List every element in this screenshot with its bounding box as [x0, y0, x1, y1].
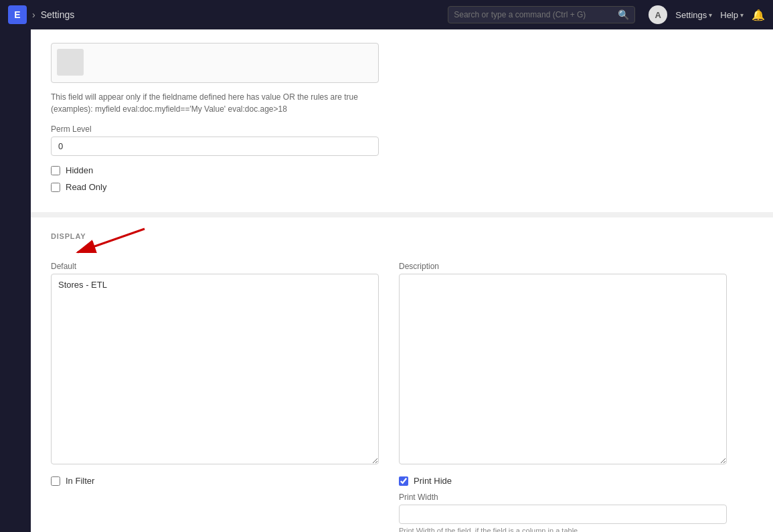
description-label: Description — [399, 262, 727, 271]
perm-level-group: Perm Level — [51, 124, 753, 156]
print-options-group: Print Hide Print Width Print Width of th… — [399, 476, 727, 532]
filter-print-row: In Filter Print Hide Print Width Print W… — [51, 476, 753, 532]
print-width-label: Print Width — [399, 493, 727, 502]
hidden-checkbox[interactable] — [51, 166, 60, 175]
help-menu[interactable]: Help ▾ — [720, 10, 744, 20]
breadcrumb-separator: › — [32, 9, 35, 20]
print-width-helper: Print Width of the field, if the field i… — [399, 527, 727, 532]
print-hide-checkbox-row: Print Hide — [399, 476, 727, 486]
in-filter-group: In Filter — [51, 476, 379, 532]
display-section-title: DISPLAY — [51, 232, 86, 240]
perm-level-label: Perm Level — [51, 124, 753, 134]
help-dropdown-icon: ▾ — [740, 11, 744, 19]
hidden-label: Hidden — [66, 165, 93, 175]
avatar[interactable]: A — [649, 5, 667, 24]
default-label: Default — [51, 262, 379, 271]
description-textarea[interactable] — [399, 274, 727, 464]
print-hide-checkbox[interactable] — [399, 476, 408, 486]
print-width-group: Print Width Print Width of the field, if… — [399, 493, 727, 532]
content-area: This field will appear only if the field… — [31, 29, 773, 532]
topbar-actions: A Settings ▾ Help ▾ 🔔 — [649, 5, 765, 24]
in-filter-checkbox-row: In Filter — [51, 476, 379, 486]
search-icon: 🔍 — [618, 9, 629, 20]
preview-inner-box — [57, 49, 84, 76]
field-helper-text: This field will appear only if the field… — [51, 91, 385, 115]
app-logo[interactable]: E — [8, 5, 27, 24]
in-filter-label: In Filter — [66, 476, 94, 486]
search-input[interactable] — [454, 10, 614, 19]
default-field-group: Default — [51, 262, 379, 466]
display-fields-row: Default Description — [51, 262, 753, 466]
settings-dropdown-icon: ▾ — [709, 11, 712, 19]
field-preview — [51, 43, 379, 83]
notifications-icon[interactable]: 🔔 — [752, 9, 765, 21]
read-only-checkbox-row: Read Only — [51, 182, 753, 192]
read-only-checkbox[interactable] — [51, 183, 60, 192]
print-width-input[interactable] — [399, 505, 727, 524]
search-bar[interactable]: 🔍 — [448, 6, 635, 23]
perm-level-input[interactable] — [51, 137, 379, 156]
sidebar — [0, 29, 31, 532]
annotation-arrow — [71, 226, 151, 266]
form-section-top: This field will appear only if the field… — [31, 29, 773, 212]
read-only-label: Read Only — [66, 182, 106, 192]
page-breadcrumb: Settings — [41, 9, 75, 20]
description-field-group: Description — [399, 262, 727, 466]
display-section: DISPLAY Default — [31, 212, 773, 532]
print-hide-label: Print Hide — [414, 476, 452, 486]
hidden-checkbox-row: Hidden — [51, 165, 753, 175]
main-layout: This field will appear only if the field… — [0, 29, 773, 532]
topbar: E › Settings 🔍 A Settings ▾ Help ▾ 🔔 — [0, 0, 773, 29]
in-filter-checkbox[interactable] — [51, 476, 60, 486]
settings-menu[interactable]: Settings ▾ — [675, 10, 712, 20]
default-textarea[interactable] — [51, 274, 379, 464]
